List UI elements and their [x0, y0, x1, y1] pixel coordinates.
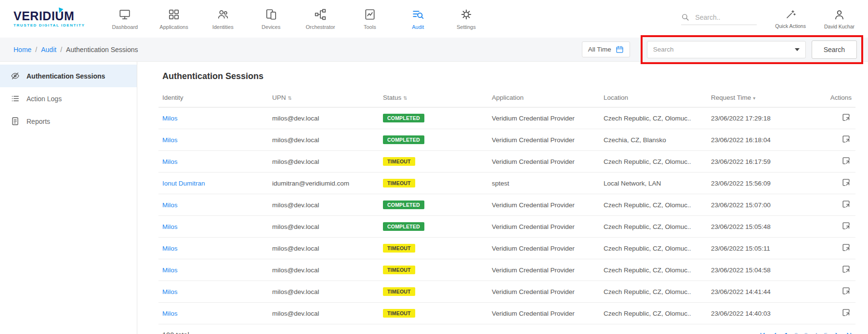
nav-item-dashboard[interactable]: Dashboard	[111, 8, 138, 30]
application-cell: Veridium Credential Provider	[488, 281, 600, 303]
pagination-next-button[interactable]	[834, 333, 840, 334]
location-cell: Czech Republic, CZ, Olomuc..	[600, 107, 707, 129]
identity-link[interactable]: Milos	[162, 115, 178, 122]
quick-actions-icon	[785, 9, 796, 20]
pagination-page-2[interactable]: 2	[794, 332, 798, 334]
column-header-actions: Actions	[823, 89, 855, 107]
breadcrumb-separator: /	[60, 46, 62, 53]
audit-search-dropdown[interactable]: Search	[647, 41, 806, 58]
view-session-icon[interactable]	[842, 200, 851, 209]
identity-link[interactable]: Milos	[162, 158, 178, 165]
nav-label: Dashboard	[112, 24, 138, 30]
sidebar-item-label: Authentication Sessions	[26, 72, 105, 80]
request-time-cell: 23/06/2022 16:18:04	[707, 129, 823, 151]
quick-actions-button[interactable]: Quick Actions	[775, 9, 806, 29]
sessions-table: Identity UPN⇅ Status⇅ Application Locati…	[158, 89, 855, 324]
column-header-upn[interactable]: UPN⇅	[268, 89, 379, 107]
pagination-page-1[interactable]: 1	[784, 332, 788, 334]
view-session-icon[interactable]	[842, 286, 851, 295]
quick-actions-label: Quick Actions	[775, 23, 806, 29]
breadcrumb-audit-link[interactable]: Audit	[41, 46, 56, 53]
pagination-prev-button[interactable]	[772, 333, 777, 334]
nav-label: Devices	[262, 24, 280, 30]
identity-link[interactable]: Milos	[162, 288, 178, 295]
upn-cell: milos@dev.local	[268, 151, 379, 173]
pagination-pages: 12345	[784, 332, 828, 334]
view-session-icon[interactable]	[842, 308, 851, 317]
identity-link[interactable]: Milos	[162, 267, 178, 274]
view-session-icon[interactable]	[842, 156, 851, 165]
nav-item-tools[interactable]: Tools	[356, 8, 383, 30]
nav-item-applications[interactable]: Applications	[159, 8, 188, 30]
global-search-input[interactable]	[694, 13, 757, 22]
pagination-page-3[interactable]: 3	[804, 332, 808, 334]
identities-icon	[217, 8, 229, 21]
user-menu[interactable]: David Kuchar	[824, 9, 855, 29]
view-session-icon[interactable]	[842, 113, 851, 122]
main-nav: Dashboard Applications Identities	[111, 8, 479, 30]
action-logs-icon	[11, 94, 20, 103]
nav-item-orchestrator[interactable]: Orchestrator	[306, 8, 335, 30]
audit-icon	[412, 8, 424, 21]
application-cell: Veridium Credential Provider	[488, 259, 600, 281]
search-icon	[681, 13, 689, 21]
annotation-highlight-box: Search Search	[641, 35, 863, 64]
sidebar-item-reports[interactable]: Reports	[0, 110, 137, 133]
column-header-status[interactable]: Status⇅	[379, 89, 488, 107]
breadcrumb-home-link[interactable]: Home	[13, 46, 31, 53]
nav-item-identities[interactable]: Identities	[210, 8, 237, 30]
time-range-button[interactable]: All Time	[582, 41, 630, 57]
status-badge: TIMEOUT	[383, 157, 415, 166]
veridium-logo[interactable]: VERIDIUM TRUSTED DIGITAL IDENTITY	[13, 10, 85, 27]
view-session-icon[interactable]	[842, 265, 851, 274]
status-badge: COMPLETED	[383, 114, 424, 122]
nav-item-audit[interactable]: Audit	[405, 8, 432, 30]
settings-icon	[460, 8, 473, 21]
location-cell: Local Network, LAN	[600, 173, 707, 194]
identity-link[interactable]: Milos	[162, 136, 178, 144]
view-session-icon[interactable]	[842, 221, 851, 230]
status-badge: COMPLETED	[383, 135, 424, 144]
view-session-icon[interactable]	[842, 134, 851, 144]
column-header-request-time[interactable]: Request Time▾	[707, 89, 823, 107]
status-badge: TIMEOUT	[383, 179, 415, 187]
identity-link[interactable]: Milos	[162, 223, 178, 230]
location-cell: Czech Republic, CZ, Olomuc..	[600, 281, 707, 303]
request-time-cell: 23/06/2022 14:40:03	[707, 303, 823, 324]
column-header-identity: Identity	[158, 89, 268, 107]
nav-item-devices[interactable]: Devices	[258, 8, 285, 30]
audit-search-placeholder: Search	[653, 46, 674, 53]
application-cell: Veridium Credential Provider	[488, 107, 600, 129]
sidebar-item-action-logs[interactable]: Action Logs	[0, 87, 137, 110]
upn-cell: milos@dev.local	[268, 238, 379, 259]
pagination-last-button[interactable]	[846, 333, 852, 334]
table-row: Milos milos@dev.local TIMEOUT Veridium C…	[158, 151, 855, 173]
page-title: Authentication Sessions	[162, 71, 855, 81]
view-session-icon[interactable]	[842, 178, 851, 187]
pagination-page-4[interactable]: 4	[814, 332, 818, 334]
identity-link[interactable]: Milos	[162, 201, 178, 209]
sidebar-item-authentication-sessions[interactable]: Authentication Sessions	[0, 65, 137, 87]
application-cell: Veridium Credential Provider	[488, 151, 600, 173]
nav-label: Identities	[212, 24, 234, 30]
request-time-cell: 23/06/2022 17:29:18	[707, 107, 823, 129]
pagination-page-5[interactable]: 5	[824, 332, 828, 334]
nav-item-settings[interactable]: Settings	[453, 8, 480, 30]
identity-link[interactable]: Milos	[162, 310, 178, 317]
identity-link[interactable]: Milos	[162, 245, 178, 252]
upn-cell: milos@dev.local	[268, 281, 379, 303]
view-session-icon[interactable]	[842, 243, 851, 252]
time-range-label: All Time	[588, 46, 611, 53]
location-cell: Czech Republic, CZ, Olomuc..	[600, 151, 707, 173]
devices-icon	[265, 8, 277, 21]
identity-link[interactable]: Ionut Dumitran	[162, 180, 205, 187]
calendar-icon	[616, 45, 624, 53]
location-cell: Czechia, CZ, Blansko	[600, 129, 707, 151]
status-badge: TIMEOUT	[383, 266, 415, 274]
audit-search-button[interactable]: Search	[812, 40, 857, 59]
column-header-application: Application	[488, 89, 600, 107]
pagination-first-button[interactable]	[760, 333, 765, 334]
upn-cell: milos@dev.local	[268, 303, 379, 324]
request-time-cell: 23/06/2022 16:17:59	[707, 151, 823, 173]
request-time-cell: 23/06/2022 14:41:44	[707, 281, 823, 303]
